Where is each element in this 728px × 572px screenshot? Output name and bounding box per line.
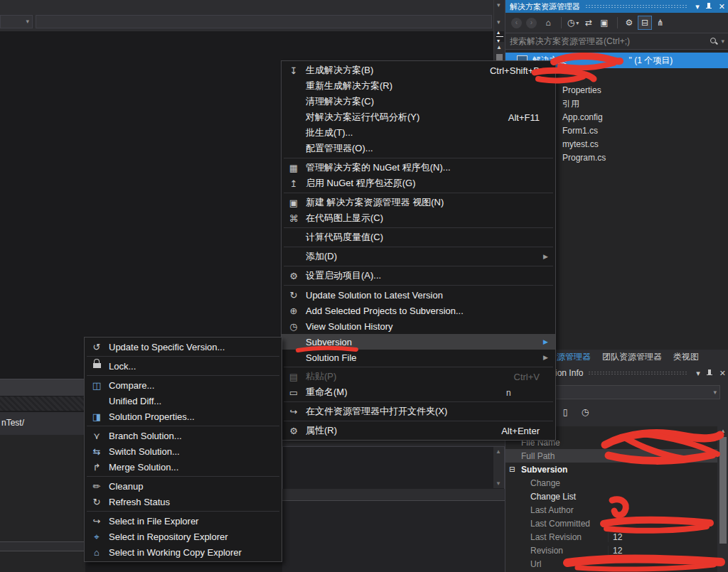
menu-item[interactable]: ↻ Update Solution to Latest Version ▶	[282, 287, 555, 303]
merge-icon: ↱	[85, 463, 109, 472]
menu-item[interactable]: Unified Diff... ▶	[85, 393, 282, 409]
close-icon[interactable]: ✕	[719, 3, 725, 11]
menu-item[interactable]: 计算代码度量值(C) ▶	[282, 230, 555, 245]
menu-item[interactable]: ⌖ Select in Repository Explorer ▶	[85, 529, 282, 544]
property-row[interactable]: Last Revision 12	[505, 530, 717, 544]
search-input[interactable]: 搜索解决方案资源管理器(Ctrl+;) ▾	[505, 33, 728, 50]
submenu-arrow-icon: ▶	[540, 253, 548, 260]
property-row[interactable]: ⊟ Subversion	[505, 463, 717, 476]
collapse-expander-icon[interactable]: ⊟	[505, 465, 521, 473]
menu-item[interactable]: ▦ 管理解决方案的 NuGet 程序包(N)... ▶	[282, 160, 555, 176]
menu-item[interactable]: ↪ 在文件资源管理器中打开文件夹(X) ▶	[282, 404, 555, 419]
toolbar-button[interactable]: ⊟ ▾	[638, 16, 652, 30]
search-icon[interactable]	[710, 37, 719, 46]
scroll-up-icon[interactable]: ▲	[720, 428, 726, 434]
toolbar-button[interactable]: ⌂ ▾	[541, 16, 555, 30]
scroll-up-icon[interactable]: ▲	[496, 448, 501, 455]
svn-update-specific-icon: ↺	[85, 342, 109, 352]
menu-item[interactable]: ↧ 生成解决方案(B) Ctrl+Shift+B ▶	[282, 63, 555, 78]
submenu-arrow-icon: ▶	[540, 354, 548, 361]
panel-title-bar[interactable]: 解决方案资源管理器 ▾ ✕	[505, 0, 728, 13]
splitter-handle-icon[interactable]	[496, 31, 504, 42]
menu-item[interactable]: ⊕ Add Selected Projects to Subversion...…	[282, 303, 555, 318]
property-row[interactable]: Last Committed	[505, 517, 717, 530]
menu-item[interactable]: ◷ View Solution History ▶	[282, 318, 555, 334]
toolbar-button[interactable]: ◷ ▾	[566, 16, 580, 30]
panel-tab[interactable]: 类视图	[673, 351, 699, 363]
search-placeholder: 搜索解决方案资源管理器(Ctrl+;)	[510, 36, 710, 48]
property-row[interactable]: Revision 12	[505, 544, 717, 557]
toolbar-button[interactable]: ▾	[598, 405, 612, 419]
menu-item[interactable]: ⌂ Select in Working Copy Explorer ▶	[85, 544, 282, 560]
toolbar-button[interactable]: ⇄ ▾	[582, 16, 596, 30]
background-dialog-fragment: nTest/	[0, 379, 85, 572]
menu-item[interactable]: 清理解决方案(C) ▶	[282, 94, 555, 109]
menu-item[interactable]: Solution File ▶	[282, 350, 555, 365]
toolbar-button[interactable]: ◷ ▾	[578, 405, 592, 419]
dialog-textbox[interactable]: ▲ ▼	[282, 446, 505, 490]
property-row[interactable]: Url	[505, 557, 717, 571]
branch-icon: ⋎	[85, 431, 109, 441]
menu-item[interactable]: ⋎ Branch Solution... ▶	[85, 428, 282, 443]
toolbar-button[interactable]: ▯ ▾	[558, 405, 572, 419]
scroll-down-icon[interactable]: ▼	[496, 480, 501, 487]
toolbar-row: ▾	[0, 13, 493, 31]
property-row[interactable]: Change List	[505, 490, 717, 503]
menu-item[interactable]: ↻ Refresh Status ▶	[85, 494, 282, 509]
menu-item[interactable]: ▤ 粘贴(P) Ctrl+V ▶	[282, 369, 555, 384]
grid-scrollbar[interactable]: ▲	[717, 426, 728, 572]
url-fragment: nTest/	[1, 418, 24, 428]
submenu-arrow-icon: ▶	[540, 338, 548, 345]
menu-item[interactable]: ⌘ 在代码图上显示(C) ▶	[282, 210, 555, 226]
toolbar-button[interactable]: ▣ ▾	[597, 16, 611, 30]
chevron-down-icon[interactable]: ▾	[721, 38, 724, 45]
pin-icon[interactable]	[707, 369, 713, 378]
chevron-down-icon[interactable]: ▾	[497, 19, 500, 26]
toolbar-button[interactable]: ▾	[561, 17, 562, 28]
property-row[interactable]: Full Path	[505, 449, 717, 463]
menu-item[interactable]: ✏ Cleanup ▶	[85, 478, 282, 494]
window-position-menu-icon[interactable]: ▾	[696, 369, 700, 377]
open-folder-in-explorer-icon: ↪	[282, 407, 306, 416]
menu-item[interactable]: ⚙ 属性(R) Alt+Enter ▶	[282, 423, 555, 438]
menu-item[interactable]: 添加(D) ▶	[282, 249, 555, 264]
menu-item[interactable]: 对解决方案运行代码分析(Y) Alt+F11 ▶	[282, 109, 555, 125]
nuget-icon: ▦	[282, 163, 306, 173]
dialog-url-band: nTest/	[0, 412, 85, 435]
toolbar-combobox[interactable]: ▾	[0, 15, 33, 28]
toolbar-button[interactable]: ⚙ ▾	[622, 16, 636, 30]
scroll-up-icon[interactable]: ▲	[496, 44, 502, 50]
toolbar-button[interactable]: ▾	[617, 17, 618, 28]
property-row[interactable]: Last Author	[505, 503, 717, 517]
menu-item[interactable]: Subversion ▶	[282, 334, 555, 350]
scrollbar-thumb[interactable]	[719, 437, 727, 544]
menu-item[interactable]: 重新生成解决方案(R) ▶	[282, 78, 555, 94]
menu-item[interactable]: 批生成(T)... ▶	[282, 125, 555, 141]
property-row[interactable]: Change	[505, 476, 717, 490]
menu-item[interactable]: Lock... ▶	[85, 358, 282, 374]
menu-item[interactable]: ⚙ 设置启动项目(A)... ▶	[282, 268, 555, 284]
textbox-scrollbar[interactable]: ▲ ▼	[493, 447, 504, 488]
menu-item[interactable]: ⇆ Switch Solution... ▶	[85, 443, 282, 459]
menu-item[interactable]: ◨ Solution Properties... ▶	[85, 409, 282, 424]
menu-item[interactable]: 配置管理器(O)... ▶	[282, 141, 555, 156]
menu-item[interactable]: ↱ Merge Solution... ▶	[85, 459, 282, 475]
menu-item[interactable]: ↺ Update to Specific Version... ▶	[85, 339, 282, 355]
window-position-menu-icon[interactable]: ▾	[695, 3, 700, 11]
select-in-repository-explorer-icon: ⌖	[85, 532, 109, 541]
combo-text-fragment: n	[506, 388, 511, 398]
menu-item[interactable]: ▭ 重命名(M) ▶	[282, 384, 555, 400]
code-map-icon: ⌘	[282, 214, 306, 223]
close-icon[interactable]: ✕	[719, 369, 726, 377]
panel-tab[interactable]: 团队资源管理器	[602, 351, 662, 363]
toolbar-button[interactable]: ‹ ▾	[511, 18, 522, 28]
menu-item[interactable]: ◫ Compare... ▶	[85, 377, 282, 393]
menu-item[interactable]: ▣ 新建 解决方案资源管理器 视图(N) ▶	[282, 195, 555, 210]
menu-item[interactable]: ↪ Select in File Explorer ▶	[85, 513, 282, 529]
pin-icon[interactable]	[706, 2, 712, 11]
new-solution-explorer-view-icon: ▣	[282, 198, 306, 207]
toolbar-button[interactable]: › ▾	[526, 18, 537, 28]
chevron-down-icon[interactable]: ▾	[497, 2, 500, 9]
toolbar-button[interactable]: ⋔ ▾	[653, 16, 668, 30]
menu-item[interactable]: ↥ 启用 NuGet 程序包还原(G) ▶	[282, 176, 555, 191]
